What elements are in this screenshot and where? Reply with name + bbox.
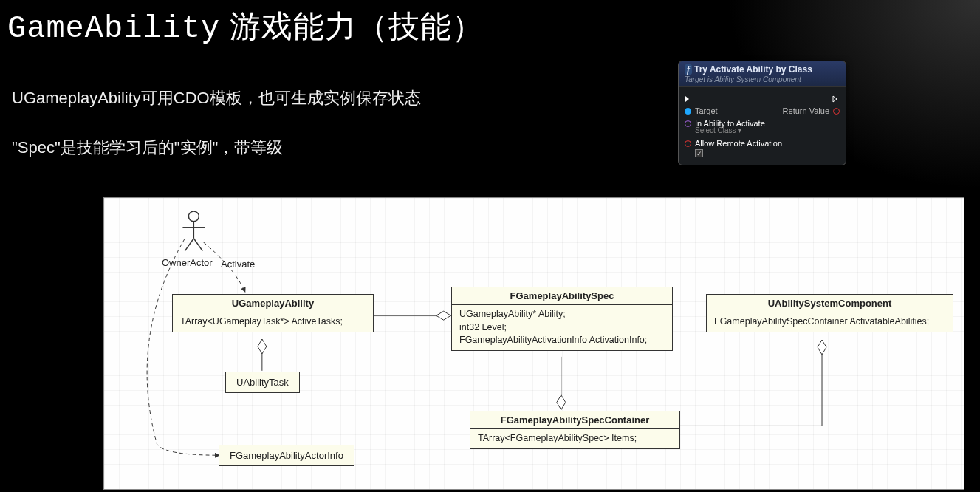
ugameplayability-name: UGameplayAbility bbox=[173, 295, 373, 312]
spec-f2: int32 Level; bbox=[459, 321, 665, 335]
owner-actor-label: OwnerActor bbox=[162, 257, 213, 268]
uabilitytask-box: UAbilityTask bbox=[225, 372, 300, 393]
activate-label: Activate bbox=[221, 259, 255, 270]
svg-line-3 bbox=[185, 239, 193, 251]
uml-diagram: OwnerActor Activate UGameplayAbility TAr… bbox=[103, 197, 964, 490]
bp-title: fTry Activate Ability by Class bbox=[685, 64, 840, 75]
exec-out-pin[interactable] bbox=[832, 95, 840, 103]
bullet-1: UGameplayAbility可用CDO模板，也可生成实例保存状态 bbox=[12, 87, 421, 109]
asc-box: UAbilitySystemComponent FGameplayAbility… bbox=[706, 294, 953, 332]
bp-header: fTry Activate Ability by Class Target is… bbox=[679, 61, 846, 87]
speccontainer-field: TArray<FGameplayAbilitySpec> Items; bbox=[470, 429, 679, 448]
svg-line-4 bbox=[193, 239, 202, 251]
spec-box: FGameplayAbilitySpec UGameplayAbility* A… bbox=[451, 287, 673, 351]
select-class-dropdown[interactable]: Select Class ▾ bbox=[695, 126, 840, 134]
ugameplayability-field: TArray<UGameplayTask*> ActiveTasks; bbox=[173, 312, 373, 332]
title-mono: GameAbility bbox=[7, 11, 220, 47]
speccontainer-name: FGameplayAbilitySpecContainer bbox=[470, 411, 679, 429]
allow-remote-checkbox[interactable]: ✓ bbox=[695, 149, 703, 157]
spec-name: FGameplayAbilitySpec bbox=[452, 287, 672, 305]
bp-subtitle: Target is Ability System Component bbox=[685, 75, 840, 83]
exec-in-pin[interactable] bbox=[685, 95, 692, 103]
allow-remote-pin[interactable]: Allow Remote Activation bbox=[685, 139, 840, 148]
asc-field: FGameplayAbilitySpecContainer Activatabl… bbox=[707, 312, 953, 332]
function-icon: f bbox=[685, 64, 692, 75]
blueprint-node: fTry Activate Ability by Class Target is… bbox=[678, 61, 846, 165]
return-pin[interactable]: Return Value bbox=[783, 106, 840, 115]
speccontainer-box: FGameplayAbilitySpecContainer TArray<FGa… bbox=[470, 411, 680, 449]
asc-name: UAbilitySystemComponent bbox=[707, 295, 953, 312]
spec-f1: UGameplayAbility* Ability; bbox=[459, 308, 665, 321]
ugameplayability-box: UGameplayAbility TArray<UGameplayTask*> … bbox=[172, 294, 374, 332]
target-pin[interactable]: Target bbox=[685, 106, 718, 115]
slide-title: GameAbility 游戏能力（技能） bbox=[7, 6, 484, 47]
title-rest: 游戏能力（技能） bbox=[220, 9, 484, 44]
svg-point-0 bbox=[188, 211, 199, 222]
bullet-2: "Spec"是技能学习后的"实例"，带等级 bbox=[12, 137, 283, 159]
actorinfo-box: FGameplayAbilityActorInfo bbox=[219, 445, 354, 466]
spec-f3: FGameplayAbilityActivationInfo Activatio… bbox=[459, 334, 665, 347]
